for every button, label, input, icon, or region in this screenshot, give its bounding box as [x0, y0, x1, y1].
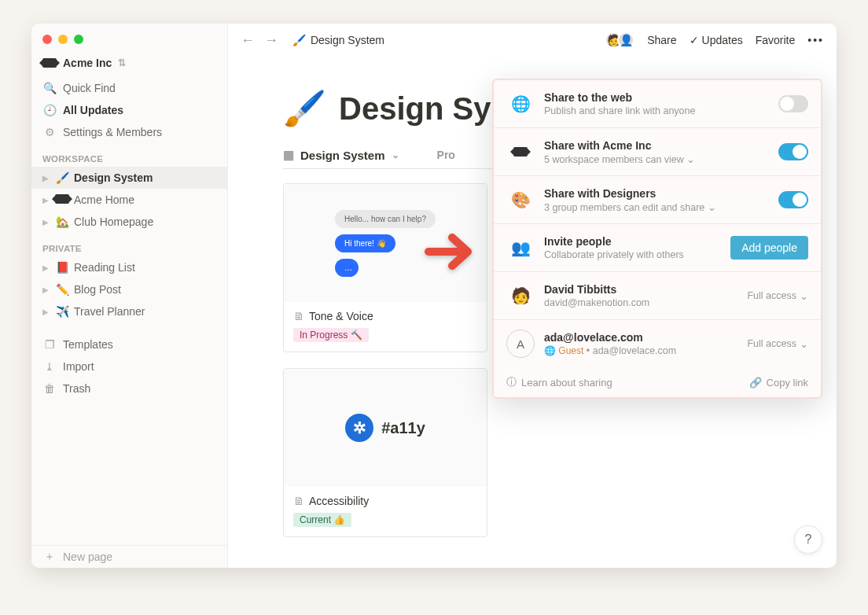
chevron-down-icon[interactable]: ⌄ [392, 149, 399, 160]
share-popover: 🌐Share to the webPublish and share link … [492, 79, 822, 399]
page-emoji-icon [55, 193, 69, 206]
sidebar-page[interactable]: ▶📕Reading List [31, 256, 227, 278]
share-row-web: 🌐Share to the webPublish and share link … [494, 80, 821, 128]
share-row-invite: 👥Invite peopleCollaborate privately with… [494, 224, 821, 272]
new-page[interactable]: ＋ New page [31, 546, 227, 568]
gallery-card[interactable]: ✲#a11y🗎AccessibilityCurrent 👍 [283, 368, 487, 537]
gallery-card[interactable]: Hello... how can I help?Hi there! 👋…🗎Ton… [283, 183, 487, 352]
sidebar-page[interactable]: ▶✈️Travel Planner [31, 300, 227, 322]
chevron-down-icon: ⌄ [800, 290, 808, 302]
toggle[interactable] [778, 143, 808, 160]
favorite-button[interactable]: Favorite [756, 34, 796, 46]
disclosure-triangle-icon[interactable]: ▶ [42, 308, 50, 316]
page-emoji-icon: 🏡 [55, 215, 69, 228]
share-row-title: Share with Designers [544, 187, 769, 200]
plus-icon: ＋ [42, 550, 57, 564]
people-icon: 👥 [506, 234, 535, 262]
copy-link[interactable]: Copy link [767, 377, 808, 389]
topbar: ← → 🖌️ Design System 🧑 👤 Share ✓Updates … [228, 24, 837, 57]
learn-about-sharing[interactable]: Learn about sharing [521, 377, 612, 389]
more-menu[interactable]: ••• [807, 34, 824, 46]
page-emoji-icon: ✏️ [55, 283, 69, 296]
updates-button[interactable]: ✓Updates [690, 34, 743, 46]
chevron-updown-icon: ⇅ [118, 57, 126, 68]
chevron-down-icon: ⌄ [800, 338, 808, 350]
section-workspace-label: WORKSPACE [31, 143, 227, 167]
chevron-down-icon[interactable]: ⌄ [686, 154, 695, 165]
breadcrumb-emoji: 🖌️ [292, 34, 306, 46]
access-level[interactable]: Full access⌄ [747, 290, 808, 302]
status-tag: Current 👍 [293, 513, 351, 527]
chevron-down-icon[interactable]: ⌄ [708, 202, 716, 213]
page-icon: 🗎 [293, 495, 304, 507]
search-icon: 🔍 [42, 82, 57, 94]
toggle[interactable] [778, 95, 808, 112]
page-emoji: 🖌️ [283, 88, 326, 129]
disclosure-triangle-icon[interactable]: ▶ [42, 196, 50, 204]
presence-avatars[interactable]: 🧑 👤 [609, 31, 634, 49]
acme-logo-icon [506, 138, 535, 166]
import-icon: ⤓ [42, 360, 57, 373]
check-icon: ✓ [690, 34, 699, 46]
share-row-acme: Share with Acme Inc5 workspace members c… [494, 128, 821, 176]
page-emoji-icon: 📕 [55, 261, 69, 274]
add-people-button[interactable]: Add people [730, 236, 808, 260]
share-row-designers: 🎨Share with Designers3 group members can… [494, 176, 821, 224]
sidebar-page[interactable]: ▶Acme Home [31, 189, 227, 211]
share-button[interactable]: Share [647, 34, 676, 46]
database-name[interactable]: Design System [300, 149, 385, 162]
window-controls [31, 31, 227, 53]
acme-logo-icon [42, 58, 57, 68]
toggle[interactable] [778, 191, 808, 208]
disclosure-triangle-icon[interactable]: ▶ [42, 263, 50, 272]
disclosure-triangle-icon[interactable]: ▶ [42, 285, 50, 294]
sidebar-page[interactable]: ▶✏️Blog Post [31, 278, 227, 300]
back-button[interactable]: ← [241, 32, 255, 48]
access-level[interactable]: Full access⌄ [747, 338, 808, 350]
gear-icon: ⚙︎ [42, 126, 57, 138]
page-label: Design System [74, 171, 153, 184]
help-fab[interactable]: ? [794, 525, 822, 554]
all-updates[interactable]: 🕘 All Updates [31, 99, 227, 121]
import-label: Import [63, 360, 94, 373]
templates[interactable]: ❐ Templates [31, 333, 227, 355]
forward-button[interactable]: → [264, 32, 278, 48]
share-row-subtitle: 🌐 Guest • ada@lovelace.com [544, 345, 737, 356]
page-label: Acme Home [74, 193, 134, 206]
card-title: Tone & Voice [309, 310, 373, 322]
share-row-subtitle: 3 group members can edit and share ⌄ [544, 201, 769, 213]
share-row-title: David Tibbitts [544, 283, 737, 296]
sidebar-page[interactable]: ▶🖌️Design System [31, 167, 227, 189]
templates-label: Templates [63, 338, 113, 351]
import[interactable]: ⤓ Import [31, 355, 227, 377]
guest-avatar: A [506, 330, 535, 358]
sidebar-page[interactable]: ▶🏡Club Homepage [31, 211, 227, 233]
workspace-switcher[interactable]: Acme Inc ⇅ [31, 53, 227, 77]
maximize-window-icon[interactable] [74, 35, 83, 44]
status-tag: In Progress 🔨 [293, 328, 369, 342]
share-row-user: 🧑David Tibbittsdavid@makenotion.comFull … [494, 272, 821, 320]
share-row-subtitle: Publish and share link with anyone [544, 105, 769, 116]
avatar: 👤 [617, 31, 634, 49]
share-row-subtitle: 5 workspace members can view ⌄ [544, 153, 769, 165]
disclosure-triangle-icon[interactable]: ▶ [42, 174, 50, 182]
disclosure-triangle-icon[interactable]: ▶ [42, 218, 50, 226]
close-window-icon[interactable] [42, 35, 52, 44]
database-tab[interactable]: Pro [437, 149, 455, 161]
page-emoji-icon: 🖌️ [55, 171, 69, 184]
minimize-window-icon[interactable] [58, 35, 68, 44]
link-icon: 🔗 [749, 377, 762, 389]
breadcrumb-title: Design System [311, 34, 384, 46]
globe-icon: 🌐 [506, 90, 535, 118]
page-icon: 🗎 [293, 310, 304, 322]
breadcrumb[interactable]: 🖌️ Design System [292, 34, 384, 46]
page-label: Travel Planner [74, 305, 145, 318]
board-view-icon: ▦ [283, 148, 294, 162]
settings-members[interactable]: ⚙︎ Settings & Members [31, 121, 227, 143]
quick-find[interactable]: 🔍 Quick Find [31, 77, 227, 99]
new-page-label: New page [63, 551, 112, 563]
sidebar: Acme Inc ⇅ 🔍 Quick Find 🕘 All Updates ⚙︎… [31, 24, 228, 568]
trash[interactable]: 🗑 Trash [31, 377, 227, 400]
trash-label: Trash [63, 382, 90, 395]
workspace-name: Acme Inc [63, 57, 112, 69]
